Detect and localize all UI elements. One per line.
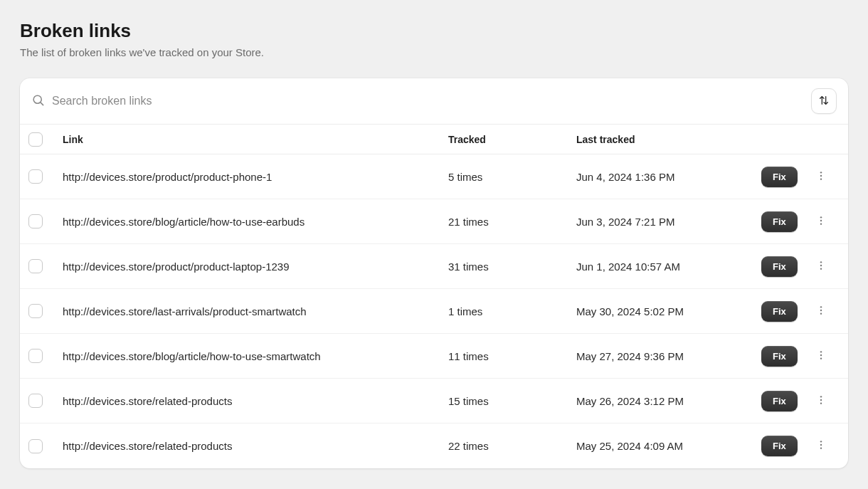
svg-point-0 (33, 95, 41, 103)
fix-button[interactable]: Fix (761, 391, 798, 411)
fix-button[interactable]: Fix (761, 167, 798, 187)
svg-point-20 (820, 441, 822, 442)
column-last-tracked: Last tracked (576, 134, 761, 145)
row-checkbox[interactable] (28, 169, 43, 184)
fix-button[interactable]: Fix (761, 256, 798, 277)
sort-button[interactable] (811, 88, 837, 114)
svg-point-15 (820, 354, 822, 355)
last-tracked-cell: May 25, 2024 4:09 AM (576, 440, 761, 452)
tracked-cell: 22 times (448, 440, 576, 452)
more-button[interactable] (811, 301, 831, 321)
search-field (31, 93, 804, 110)
table-row: http://devices.store/last-arrivals/produ… (20, 289, 848, 334)
row-checkbox[interactable] (28, 439, 43, 453)
fix-cell: Fix (761, 167, 811, 187)
last-tracked-cell: Jun 1, 2024 10:57 AM (576, 261, 761, 273)
row-checkbox-cell (28, 259, 63, 273)
svg-point-12 (820, 309, 822, 310)
row-checkbox-cell (28, 349, 63, 363)
fix-cell: Fix (761, 301, 811, 322)
svg-point-10 (820, 268, 822, 269)
tracked-cell: 5 times (448, 171, 576, 183)
broken-links-card: Link Tracked Last tracked http://devices… (20, 78, 848, 468)
last-tracked-cell: Jun 4, 2024 1:36 PM (576, 171, 761, 183)
row-checkbox[interactable] (28, 214, 43, 228)
tracked-cell: 15 times (448, 395, 576, 407)
row-checkbox-cell (28, 394, 63, 408)
svg-point-4 (820, 178, 822, 179)
more-icon (815, 215, 827, 228)
more-button[interactable] (811, 211, 831, 231)
table-body: http://devices.store/product/product-pho… (20, 154, 848, 468)
fix-button[interactable]: Fix (761, 436, 798, 456)
page-title: Broken links (20, 20, 848, 42)
more-icon (815, 349, 827, 363)
svg-point-9 (820, 264, 822, 265)
last-tracked-cell: May 26, 2024 3:12 PM (576, 395, 761, 407)
tracked-cell: 11 times (448, 350, 576, 362)
fix-cell: Fix (761, 211, 811, 232)
more-button[interactable] (811, 346, 831, 366)
svg-point-21 (820, 444, 822, 446)
more-icon (815, 439, 827, 453)
row-checkbox[interactable] (28, 259, 43, 273)
last-tracked-cell: May 27, 2024 9:36 PM (576, 350, 761, 362)
more-icon (815, 305, 827, 318)
svg-point-6 (820, 219, 822, 221)
table-row: http://devices.store/product/product-lap… (20, 244, 848, 289)
more-icon (815, 394, 827, 408)
more-button[interactable] (811, 436, 831, 456)
svg-point-3 (820, 174, 822, 176)
table-row: http://devices.store/blog/article/how-to… (20, 199, 848, 244)
fix-cell: Fix (761, 391, 811, 411)
fix-cell: Fix (761, 436, 811, 456)
svg-point-16 (820, 357, 822, 359)
page: Broken links The list of broken links we… (4, 4, 864, 485)
more-icon (815, 260, 827, 273)
tracked-cell: 31 times (448, 261, 576, 273)
more-button[interactable] (811, 256, 831, 276)
select-all-cell (28, 132, 63, 147)
row-checkbox[interactable] (28, 349, 43, 363)
table-row: http://devices.store/related-products 22… (20, 424, 848, 468)
fix-button[interactable]: Fix (761, 211, 798, 232)
fix-cell: Fix (761, 346, 811, 367)
search-input[interactable] (52, 95, 804, 107)
tracked-cell: 21 times (448, 216, 576, 228)
row-checkbox-cell (28, 439, 63, 453)
page-subtitle: The list of broken links we've tracked o… (20, 46, 848, 58)
row-checkbox-cell (28, 214, 63, 228)
link-cell: http://devices.store/product/product-pho… (63, 171, 448, 183)
link-cell: http://devices.store/related-products (63, 395, 448, 407)
tracked-cell: 1 times (448, 305, 576, 317)
svg-line-1 (41, 102, 43, 105)
row-checkbox-cell (28, 304, 63, 318)
more-icon (815, 170, 827, 184)
svg-point-5 (820, 216, 822, 218)
column-link: Link (63, 134, 448, 145)
row-checkbox-cell (28, 169, 63, 184)
svg-point-18 (820, 399, 822, 400)
svg-point-8 (820, 261, 822, 263)
last-tracked-cell: Jun 3, 2024 7:21 PM (576, 216, 761, 228)
more-button[interactable] (811, 391, 831, 411)
link-cell: http://devices.store/related-products (63, 440, 448, 452)
fix-button[interactable]: Fix (761, 301, 798, 322)
svg-point-13 (820, 312, 822, 314)
fix-cell: Fix (761, 256, 811, 277)
more-button[interactable] (811, 167, 831, 186)
fix-button[interactable]: Fix (761, 346, 798, 367)
table-row: http://devices.store/product/product-pho… (20, 154, 848, 199)
row-checkbox[interactable] (28, 304, 43, 318)
svg-point-11 (820, 306, 822, 307)
sort-icon (818, 95, 830, 108)
select-all-checkbox[interactable] (28, 132, 43, 147)
search-bar (20, 78, 848, 125)
link-cell: http://devices.store/last-arrivals/produ… (63, 305, 448, 317)
link-cell: http://devices.store/blog/article/how-to… (63, 216, 448, 228)
row-checkbox[interactable] (28, 394, 43, 408)
column-tracked: Tracked (448, 134, 576, 145)
link-cell: http://devices.store/product/product-lap… (63, 261, 448, 273)
last-tracked-cell: May 30, 2024 5:02 PM (576, 305, 761, 317)
svg-point-7 (820, 223, 822, 224)
